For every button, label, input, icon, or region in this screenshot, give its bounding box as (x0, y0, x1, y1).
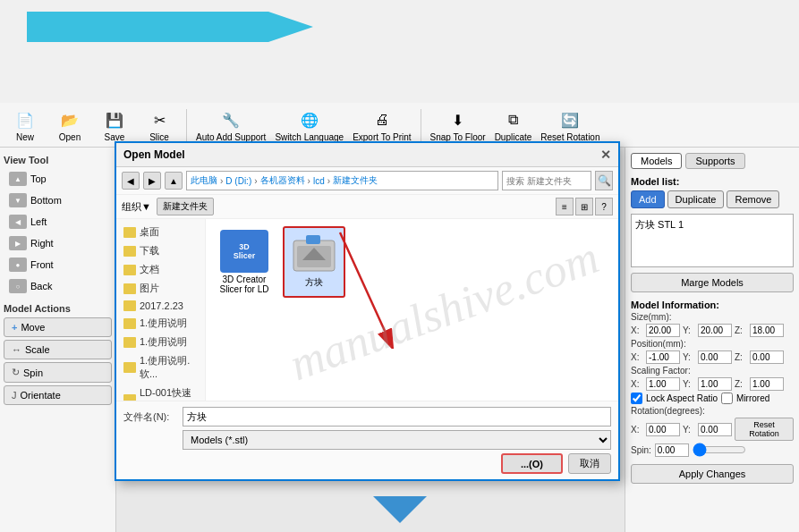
lock-aspect-row: Lock Aspect Ratio Mirrored (631, 393, 794, 404)
spin-btn[interactable]: ↻ Spin (4, 362, 112, 383)
view-bottom-btn[interactable]: ▼ Bottom (4, 190, 112, 210)
dialog-files-area: 3DSlicer 3D CreatorSlicer for LD 方块 (206, 219, 618, 401)
move-btn[interactable]: + Move (4, 317, 112, 337)
path-seg-1[interactable]: D (Di:) (225, 176, 251, 186)
nav-ld001-label: LD-001快速故障... (140, 386, 198, 401)
dialog-cancel-btn[interactable]: 取消 (568, 453, 611, 474)
toolbar-new[interactable]: 📄 New (7, 107, 43, 142)
stl-file-icon (292, 233, 336, 273)
pos-z-input[interactable] (750, 350, 784, 364)
switch-lang-icon: 🌐 (297, 107, 322, 132)
view-left-btn[interactable]: ◀ Left (4, 212, 112, 232)
spin-slider[interactable] (693, 443, 746, 457)
path-seg-4[interactable]: 新建文件夹 (333, 174, 378, 187)
auto-support-icon: 🔧 (218, 107, 243, 132)
toolbar-divider-2 (421, 109, 421, 141)
view-toggle-list[interactable]: ≡ (556, 198, 574, 215)
path-seg-3[interactable]: lcd (313, 176, 325, 186)
size-z-input[interactable] (750, 324, 784, 337)
dialog-title: Open Model (123, 148, 185, 161)
apply-changes-btn[interactable]: Apply Changes (631, 464, 794, 484)
toolbar-open-label: Open (59, 132, 81, 142)
model-list-item[interactable]: 方块 STL 1 (635, 218, 789, 232)
reset-rotation-icon: 🔄 (557, 107, 582, 132)
size-label: Size(mm): (631, 312, 672, 322)
new-folder-btn[interactable]: 新建文件夹 (157, 198, 214, 215)
path-seg-0[interactable]: 此电脑 (191, 174, 217, 187)
scale-y-input[interactable] (698, 377, 732, 391)
mirrored-checkbox[interactable] (721, 393, 733, 404)
nav-2017[interactable]: 2017.2.23 (116, 298, 205, 314)
toolbar-snap[interactable]: ⬇ Snap To Floor (430, 107, 486, 142)
view-front-btn[interactable]: ● Front (4, 255, 112, 274)
toolbar-auto-support[interactable]: 🔧 Auto Add Support (196, 107, 266, 142)
view-back-btn[interactable]: ○ Back (4, 276, 112, 296)
dialog-up-btn[interactable]: ▲ (165, 172, 183, 190)
nav-manual3[interactable]: 1.使用说明. 软... (116, 351, 205, 384)
help-btn[interactable]: ? (595, 198, 613, 215)
nav-manual1[interactable]: 1.使用说明 (116, 314, 205, 333)
orientate-btn[interactable]: J Orientate (4, 385, 112, 405)
spin-prefix: ↻ (12, 367, 20, 378)
pos-x-input[interactable] (646, 350, 680, 364)
size-x-input[interactable] (646, 324, 680, 337)
toolbar-export[interactable]: 🖨 Export To Print (353, 107, 411, 142)
scale-btn[interactable]: ↔ Scale (4, 340, 112, 359)
view-right-btn[interactable]: ▶ Right (4, 233, 112, 253)
rot-y-input[interactable] (698, 423, 732, 436)
reset-rotation-btn[interactable]: Reset Rotation (735, 418, 794, 441)
nav-2017-label: 2017.2.23 (140, 300, 183, 311)
nav-pictures[interactable]: 图片 (116, 279, 205, 298)
scale-x-input[interactable] (646, 377, 680, 391)
dialog-forward-btn[interactable]: ▶ (143, 172, 161, 190)
spin-label: Spin (23, 367, 43, 378)
path-seg-2[interactable]: 各机器资料 (260, 174, 305, 187)
tab-models[interactable]: Models (631, 153, 682, 169)
toolbar-slice[interactable]: ✂ Slice (141, 107, 177, 142)
add-model-btn[interactable]: Add (631, 190, 665, 208)
toolbar-new-label: New (16, 132, 34, 142)
file-item-app[interactable]: 3DSlicer 3D CreatorSlicer for LD (213, 226, 276, 298)
nav-ld001[interactable]: LD-001快速故障... (116, 384, 205, 401)
pos-y-input[interactable] (698, 350, 732, 364)
nav-manual2[interactable]: 1.使用说明 (116, 333, 205, 351)
top-arrow-banner (27, 7, 313, 46)
view-right-icon: ▶ (9, 236, 27, 250)
file-dialog: Open Model ✕ ◀ ▶ ▲ 此电脑 › D (Di:) › 各机器资料… (115, 141, 620, 481)
nav-downloads[interactable]: 下载 (116, 241, 205, 260)
dialog-back-btn[interactable]: ◀ (122, 172, 140, 190)
pos-x-label: X: (631, 352, 643, 362)
toolbar-reset-rotation[interactable]: 🔄 Reset Rotation (540, 107, 599, 142)
ld001-folder-icon (123, 394, 136, 401)
remove-model-btn[interactable]: Remove (727, 190, 779, 208)
filename-input[interactable] (183, 407, 611, 426)
spin-row: Spin: (631, 443, 794, 457)
search-input[interactable] (502, 171, 591, 190)
duplicate-model-btn[interactable]: Duplicate (667, 190, 725, 208)
merge-models-btn[interactable]: Marge Models (631, 273, 794, 292)
toolbar-open[interactable]: 📂 Open (52, 107, 88, 142)
nav-manual3-label: 1.使用说明. 软... (140, 354, 198, 381)
tab-supports[interactable]: Supports (685, 153, 744, 169)
nav-desktop[interactable]: 桌面 (116, 223, 205, 241)
view-top-btn[interactable]: ▲ Top (4, 169, 112, 189)
filetype-select[interactable]: Models (*.stl) (183, 430, 611, 450)
svg-marker-7 (373, 496, 427, 523)
dialog-ok-btn[interactable]: ...(O) (501, 453, 563, 474)
spin-input[interactable] (655, 443, 689, 457)
lock-aspect-checkbox[interactable] (631, 393, 642, 404)
search-btn[interactable]: 🔍 (595, 171, 613, 190)
dialog-close-btn[interactable]: ✕ (600, 148, 611, 162)
toolbar-save[interactable]: 💾 Save (97, 107, 132, 142)
size-y-input[interactable] (698, 324, 732, 337)
toolbar-switch-lang[interactable]: 🌐 Switch Language (275, 107, 344, 142)
rot-x-input[interactable] (646, 423, 680, 436)
view-bottom-icon: ▼ (9, 193, 27, 207)
new-icon: 📄 (13, 107, 38, 132)
position-label: Position(mm): (631, 339, 686, 349)
view-toggle-grid[interactable]: ⊞ (575, 198, 593, 215)
toolbar-duplicate[interactable]: ⧉ Duplicate (495, 107, 532, 142)
nav-documents[interactable]: 文档 (116, 260, 205, 279)
scale-z-input[interactable] (750, 377, 784, 391)
file-item-stl[interactable]: 方块 (283, 226, 345, 298)
